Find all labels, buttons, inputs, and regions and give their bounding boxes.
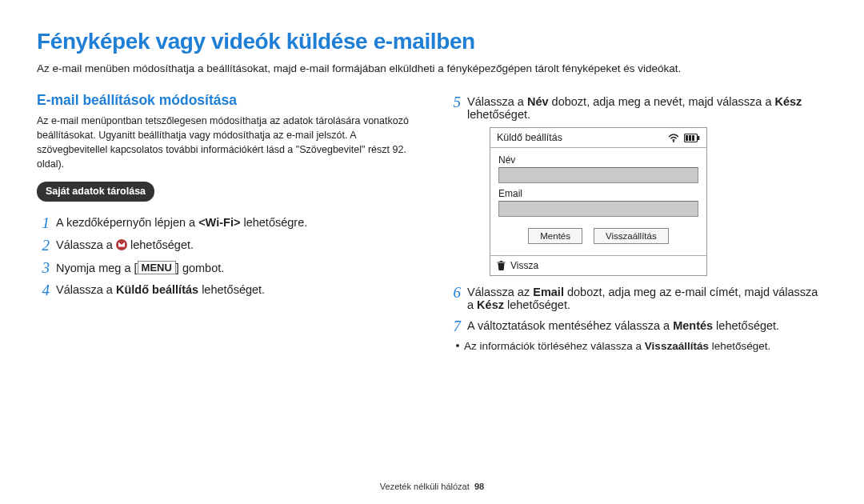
step-text: Válassza a lehetőséget. — [56, 237, 416, 251]
device-email-input[interactable] — [498, 201, 698, 217]
battery-icon — [684, 134, 700, 142]
svg-rect-2 — [698, 136, 699, 140]
steps-left: 1 A kezdőképernyőn lépjen a <Wi-Fi> lehe… — [37, 214, 416, 298]
device-name-input[interactable] — [498, 167, 698, 183]
device-screenshot: Küldő beállítás Név Email Mentés Visszaá… — [490, 127, 707, 276]
step-text: Válassza az Email dobozt, adja meg az e-… — [467, 284, 827, 311]
section-subtitle: E-mail beállítások módosítása — [37, 92, 416, 109]
left-column: E-mail beállítások módosítása Az e-mail … — [37, 89, 416, 352]
page-title: Fényképek vagy videók küldése e-mailben — [37, 29, 827, 54]
device-back-label: Vissza — [510, 260, 538, 271]
section-description: Az e-mail menüpontban tetszőlegesen módo… — [37, 114, 416, 172]
lead-paragraph: Az e-mail menüben módosíthatja a beállít… — [37, 62, 827, 74]
step-number: 4 — [37, 282, 50, 298]
step-text: A változtatások mentéséhez válassza a Me… — [467, 318, 827, 332]
wifi-icon — [668, 134, 679, 142]
device-email-label: Email — [498, 188, 698, 199]
device-header-title: Küldő beállítás — [497, 132, 562, 143]
bullet-note: Az információk törléséhez válassza a Vis… — [456, 340, 827, 352]
step-number: 7 — [448, 318, 461, 334]
badge-saving-own-data: Saját adatok tárolása — [37, 182, 154, 202]
step-number: 3 — [37, 259, 50, 275]
svg-rect-3 — [686, 135, 688, 141]
svg-rect-4 — [689, 135, 691, 141]
step-text: Válassza a Küldő beállítás lehetőséget. — [56, 282, 416, 296]
steps-right-5: 5 Válassza a Név dobozt, adja meg a nevé… — [448, 94, 827, 121]
right-column: 5 Válassza a Név dobozt, adja meg a nevé… — [448, 89, 827, 352]
device-name-label: Név — [498, 154, 698, 166]
page-footer: Vezeték nélküli hálózat 98 — [0, 482, 864, 491]
svg-rect-5 — [692, 135, 694, 141]
email-icon — [116, 239, 127, 250]
step-number: 1 — [37, 214, 50, 230]
menu-button-label: MENU — [138, 261, 176, 275]
step-text: A kezdőképernyőn lépjen a <Wi-Fi> lehető… — [56, 214, 416, 229]
step-number: 5 — [448, 94, 461, 110]
device-reset-button[interactable]: Visszaállítás — [594, 228, 669, 244]
steps-right-67: 6 Válassza az Email dobozt, adja meg az … — [448, 284, 827, 334]
svg-point-0 — [673, 141, 674, 142]
step-number: 6 — [448, 284, 461, 300]
step-number: 2 — [37, 237, 50, 253]
step-text: Válassza a Név dobozt, adja meg a nevét,… — [467, 94, 827, 121]
trash-icon — [497, 261, 506, 270]
device-save-button[interactable]: Mentés — [528, 228, 582, 244]
bullet-icon — [456, 344, 459, 347]
step-text: Nyomja meg a [MENU] gombot. — [56, 259, 416, 275]
